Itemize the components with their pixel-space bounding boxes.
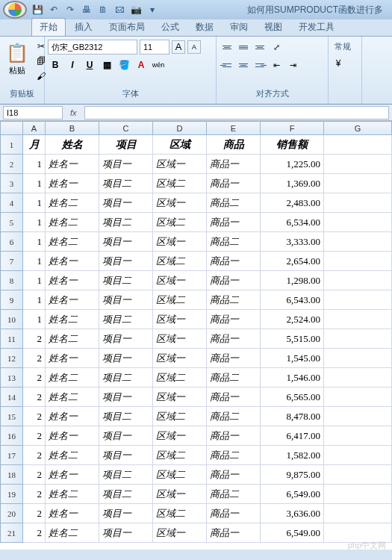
cell[interactable]: 姓名一 (46, 426, 99, 446)
select-all-corner[interactable] (1, 122, 23, 135)
row-header[interactable]: 17 (1, 446, 23, 465)
cell[interactable]: 2,654.00 (261, 252, 324, 271)
undo-icon[interactable]: ↶ (48, 4, 60, 16)
cell[interactable]: 项目一 (99, 193, 153, 213)
cell[interactable]: 区域二 (153, 252, 207, 271)
align-middle-icon[interactable] (236, 40, 251, 55)
cell[interactable]: 区域一 (153, 485, 207, 504)
row-header[interactable]: 12 (1, 349, 23, 368)
row-header[interactable]: 1 (1, 135, 23, 155)
tab-审阅[interactable]: 审阅 (223, 19, 255, 36)
tab-视图[interactable]: 视图 (257, 19, 290, 36)
cell[interactable]: 商品一 (207, 426, 261, 446)
cell[interactable]: 商品二 (207, 407, 261, 426)
align-left-icon[interactable] (220, 57, 234, 72)
row-header[interactable]: 11 (1, 329, 23, 349)
cell[interactable]: 6,565.00 (261, 388, 324, 407)
cell[interactable] (324, 271, 392, 290)
border-button[interactable]: ▦ (99, 57, 114, 72)
column-header-F[interactable]: F (261, 122, 324, 135)
camera-icon[interactable]: 📷 (130, 4, 142, 16)
cell[interactable]: 姓名一 (46, 349, 99, 368)
cell[interactable] (324, 465, 392, 485)
row-header[interactable]: 6 (1, 232, 23, 252)
orientation-icon[interactable]: ⤢ (269, 40, 284, 55)
cell[interactable]: 项目二 (99, 271, 153, 290)
cell[interactable] (324, 368, 392, 388)
cell[interactable]: 商品一 (207, 504, 261, 523)
cell[interactable]: 商品二 (207, 485, 261, 504)
open-icon[interactable]: 🖂 (113, 4, 125, 16)
cell[interactable]: 2 (23, 349, 46, 368)
cell[interactable]: 6,534.00 (261, 213, 324, 232)
row-header[interactable]: 19 (1, 485, 23, 504)
tab-公式[interactable]: 公式 (154, 19, 187, 36)
grow-font-icon[interactable]: A (172, 40, 185, 54)
cell[interactable] (324, 485, 392, 504)
cell[interactable]: 姓名一 (46, 252, 99, 271)
row-header[interactable]: 15 (1, 407, 23, 426)
cell[interactable]: 姓名一 (46, 155, 99, 174)
qat-dropdown-icon[interactable]: ▾ (146, 4, 158, 16)
cell[interactable] (324, 407, 392, 426)
cell[interactable]: 区域二 (153, 213, 207, 232)
cell[interactable]: 1,582.00 (261, 446, 324, 465)
cell[interactable] (324, 252, 392, 271)
cell[interactable]: 2 (23, 485, 46, 504)
cell[interactable]: 1 (23, 174, 46, 193)
cell[interactable] (324, 329, 392, 349)
cell[interactable]: 商品一 (207, 388, 261, 407)
cell[interactable]: 区域一 (153, 329, 207, 349)
shrink-font-icon[interactable]: A (187, 40, 201, 54)
cell[interactable]: 项目二 (99, 465, 153, 485)
redo-icon[interactable]: ↷ (64, 4, 76, 16)
cell[interactable]: 区域二 (153, 446, 207, 465)
paste-button[interactable]: 📋 粘贴 (3, 40, 31, 79)
print-icon[interactable]: 🖶 (81, 4, 93, 16)
cell[interactable]: 商品 (207, 135, 261, 155)
cell[interactable]: 项目二 (99, 368, 153, 388)
cell[interactable]: 项目一 (99, 504, 153, 523)
cell[interactable] (324, 155, 392, 174)
spreadsheet-grid[interactable]: ABCDEFG 1月姓名项目区域商品销售额21姓名一项目一区域一商品一1,225… (0, 121, 392, 550)
cell[interactable] (324, 349, 392, 368)
cell[interactable]: 项目一 (99, 388, 153, 407)
cell[interactable] (324, 174, 392, 193)
cell[interactable]: 商品一 (207, 155, 261, 174)
row-header[interactable]: 3 (1, 174, 23, 193)
cell[interactable]: 商品一 (207, 252, 261, 271)
cell[interactable]: 6,417.00 (261, 426, 324, 446)
decrease-indent-icon[interactable]: ⇤ (269, 57, 284, 72)
cell[interactable]: 2 (23, 388, 46, 407)
cell[interactable]: 6,549.00 (261, 485, 324, 504)
cell[interactable]: 商品一 (207, 523, 261, 543)
bold-button[interactable]: B (48, 57, 63, 72)
cell[interactable]: 商品二 (207, 232, 261, 252)
cell[interactable]: 6,549.00 (261, 523, 324, 543)
cell[interactable]: 商品一 (207, 174, 261, 193)
cell[interactable]: 项目一 (99, 523, 153, 543)
name-box[interactable] (3, 106, 63, 119)
cell[interactable]: 姓名二 (46, 213, 99, 232)
italic-button[interactable]: I (65, 57, 80, 72)
font-name-select[interactable] (48, 40, 137, 55)
cell[interactable]: 区域二 (153, 368, 207, 388)
cell[interactable]: 9,875.00 (261, 465, 324, 485)
cell[interactable]: 区域二 (153, 174, 207, 193)
row-header[interactable]: 13 (1, 368, 23, 388)
cell[interactable]: 2 (23, 407, 46, 426)
cell[interactable]: 2,524.00 (261, 310, 324, 329)
cell[interactable]: 姓名一 (46, 271, 99, 290)
row-header[interactable]: 16 (1, 426, 23, 446)
row-header[interactable]: 8 (1, 271, 23, 290)
office-button[interactable] (3, 1, 27, 19)
column-header-D[interactable]: D (153, 122, 207, 135)
tab-开始[interactable]: 开始 (31, 18, 66, 36)
row-header[interactable]: 20 (1, 504, 23, 523)
cell[interactable]: 区域二 (153, 465, 207, 485)
cell[interactable] (324, 213, 392, 232)
number-format-label[interactable]: 常规 (332, 40, 358, 54)
tab-开发工具[interactable]: 开发工具 (291, 19, 342, 36)
cell[interactable]: 姓名二 (46, 523, 99, 543)
cell[interactable]: 1 (23, 271, 46, 290)
